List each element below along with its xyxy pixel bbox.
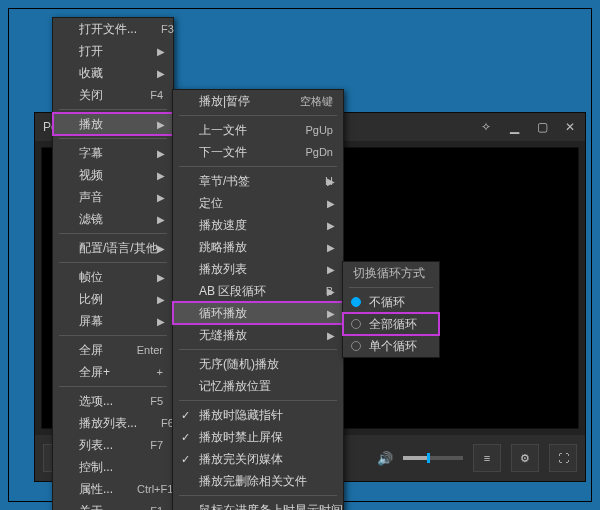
play-menu-item-19[interactable]: ✓播放完关闭媒体 <box>173 448 343 470</box>
check-icon: ✓ <box>181 431 190 444</box>
main-menu-item-12[interactable]: 配置/语言/其他▶ <box>53 237 173 259</box>
menu-item-label: 字幕 <box>79 145 163 162</box>
main-menu-item-15[interactable]: 比例▶ <box>53 288 173 310</box>
main-menu-item-25[interactable]: 属性...Ctrl+F1 <box>53 478 173 500</box>
menu-item-label: 播放 <box>79 116 163 133</box>
play-menu-item-12[interactable]: 无缝播放▶ <box>173 324 343 346</box>
submenu-arrow-icon: ▶ <box>157 243 165 254</box>
menu-header-label: 切换循环方式 <box>353 265 429 282</box>
check-icon: ✓ <box>181 409 190 422</box>
main-menu-item-24[interactable]: 控制... <box>53 456 173 478</box>
submenu-arrow-icon: ▶ <box>157 214 165 225</box>
submenu-arrow-icon: ▶ <box>327 242 335 253</box>
menu-item-label: 全部循环 <box>369 316 429 333</box>
radio-icon <box>351 341 361 351</box>
submenu-arrow-icon: ▶ <box>327 308 335 319</box>
playback-submenu[interactable]: 播放|暂停空格键上一文件PgUp下一文件PgDn章节/书签H▶定位▶播放速度▶跳… <box>172 89 344 510</box>
pin-icon[interactable]: ✧ <box>479 120 493 134</box>
submenu-arrow-icon: ▶ <box>157 192 165 203</box>
main-menu-item-1[interactable]: 打开▶ <box>53 40 173 62</box>
main-menu-item-21[interactable]: 选项...F5 <box>53 390 173 412</box>
menu-separator <box>179 349 337 350</box>
menu-item-label: 控制... <box>79 459 139 476</box>
play-menu-item-14[interactable]: 无序(随机)播放 <box>173 353 343 375</box>
menu-item-label: 打开文件... <box>79 21 137 38</box>
submenu-arrow-icon: ▶ <box>157 46 165 57</box>
loop-menu-item-2[interactable]: 单个循环 <box>343 335 439 357</box>
menu-item-label: 不循环 <box>369 294 429 311</box>
submenu-arrow-icon: ▶ <box>327 198 335 209</box>
main-context-menu[interactable]: 打开文件...F3打开▶收藏▶关闭F4播放▶字幕▶视频▶声音▶滤镜▶配置/语言/… <box>52 17 174 510</box>
menu-item-label: 跳略播放 <box>199 239 333 256</box>
main-menu-item-18[interactable]: 全屏Enter <box>53 339 173 361</box>
main-menu-item-22[interactable]: 播放列表...F6 <box>53 412 173 434</box>
play-menu-item-10[interactable]: AB 区段循环B▶ <box>173 280 343 302</box>
loop-menu-item-1[interactable]: 全部循环 <box>343 313 439 335</box>
play-menu-item-8[interactable]: 跳略播放▶ <box>173 236 343 258</box>
fullscreen-button[interactable]: ⛶ <box>549 444 577 472</box>
play-menu-item-6[interactable]: 定位▶ <box>173 192 343 214</box>
main-menu-item-7[interactable]: 字幕▶ <box>53 142 173 164</box>
main-menu-item-8[interactable]: 视频▶ <box>53 164 173 186</box>
close-icon[interactable]: ✕ <box>563 120 577 134</box>
play-menu-item-15[interactable]: 记忆播放位置 <box>173 375 343 397</box>
menu-item-accel: F3 <box>161 23 174 35</box>
maximize-icon[interactable]: ▢ <box>535 120 549 134</box>
settings-button[interactable]: ⚙ <box>511 444 539 472</box>
main-menu-item-19[interactable]: 全屏++ <box>53 361 173 383</box>
submenu-arrow-icon: ▶ <box>157 119 165 130</box>
main-menu-item-0[interactable]: 打开文件...F3 <box>53 18 173 40</box>
menu-item-label: 播放时隐藏指针 <box>199 407 333 424</box>
menu-separator <box>59 335 167 336</box>
main-menu-item-2[interactable]: 收藏▶ <box>53 62 173 84</box>
menu-item-label: 滤镜 <box>79 211 163 228</box>
menu-item-label: 定位 <box>199 195 333 212</box>
menu-separator <box>59 386 167 387</box>
play-menu-item-17[interactable]: ✓播放时隐藏指针 <box>173 404 343 426</box>
play-menu-item-0[interactable]: 播放|暂停空格键 <box>173 90 343 112</box>
play-menu-item-22[interactable]: 鼠标在进度条上时显示时间 <box>173 499 343 510</box>
menu-item-accel: Ctrl+F1 <box>137 483 173 495</box>
main-menu-item-16[interactable]: 屏幕▶ <box>53 310 173 332</box>
menu-item-label: 全屏 <box>79 342 113 359</box>
play-menu-item-2[interactable]: 上一文件PgUp <box>173 119 343 141</box>
main-menu-item-14[interactable]: 帧位▶ <box>53 266 173 288</box>
menu-item-label: 无缝播放 <box>199 327 333 344</box>
menu-item-label: 播放列表... <box>79 415 137 432</box>
menu-separator <box>59 233 167 234</box>
menu-item-label: 关于... <box>79 503 126 511</box>
main-menu-item-26[interactable]: 关于...F1 <box>53 500 173 510</box>
menu-item-accel: F4 <box>150 89 163 101</box>
main-menu-item-23[interactable]: 列表...F7 <box>53 434 173 456</box>
menu-item-label: 播放完删除相关文件 <box>199 473 333 490</box>
minimize-icon[interactable]: ▁ <box>507 120 521 134</box>
submenu-arrow-icon: ▶ <box>327 330 335 341</box>
loop-menu-item-0[interactable]: 不循环 <box>343 291 439 313</box>
menu-item-label: AB 区段循环 <box>199 283 302 300</box>
loop-submenu[interactable]: 切换循环方式不循环全部循环单个循环 <box>342 261 440 358</box>
menu-item-label: 播放完关闭媒体 <box>199 451 333 468</box>
play-menu-item-20[interactable]: 播放完删除相关文件 <box>173 470 343 492</box>
play-menu-item-11[interactable]: 循环播放▶ <box>173 302 343 324</box>
play-menu-item-5[interactable]: 章节/书签H▶ <box>173 170 343 192</box>
menu-separator <box>349 287 433 288</box>
playlist-button[interactable]: ≡ <box>473 444 501 472</box>
main-menu-item-9[interactable]: 声音▶ <box>53 186 173 208</box>
window-controls: ✧ ▁ ▢ ✕ <box>479 120 577 134</box>
main-menu-item-5[interactable]: 播放▶ <box>53 113 173 135</box>
submenu-arrow-icon: ▶ <box>157 316 165 327</box>
radio-icon <box>351 319 361 329</box>
menu-item-label: 播放列表 <box>199 261 333 278</box>
menu-item-accel: F7 <box>150 439 163 451</box>
main-menu-item-3[interactable]: 关闭F4 <box>53 84 173 106</box>
play-menu-item-7[interactable]: 播放速度▶ <box>173 214 343 236</box>
play-menu-item-3[interactable]: 下一文件PgDn <box>173 141 343 163</box>
menu-item-accel: Enter <box>137 344 163 356</box>
volume-slider[interactable] <box>403 456 463 460</box>
main-menu-item-10[interactable]: 滤镜▶ <box>53 208 173 230</box>
play-menu-item-18[interactable]: ✓播放时禁止屏保 <box>173 426 343 448</box>
menu-item-label: 配置/语言/其他 <box>79 240 163 257</box>
play-menu-item-9[interactable]: 播放列表▶ <box>173 258 343 280</box>
menu-item-accel: PgUp <box>305 124 333 136</box>
volume-icon[interactable]: 🔊 <box>377 451 393 466</box>
